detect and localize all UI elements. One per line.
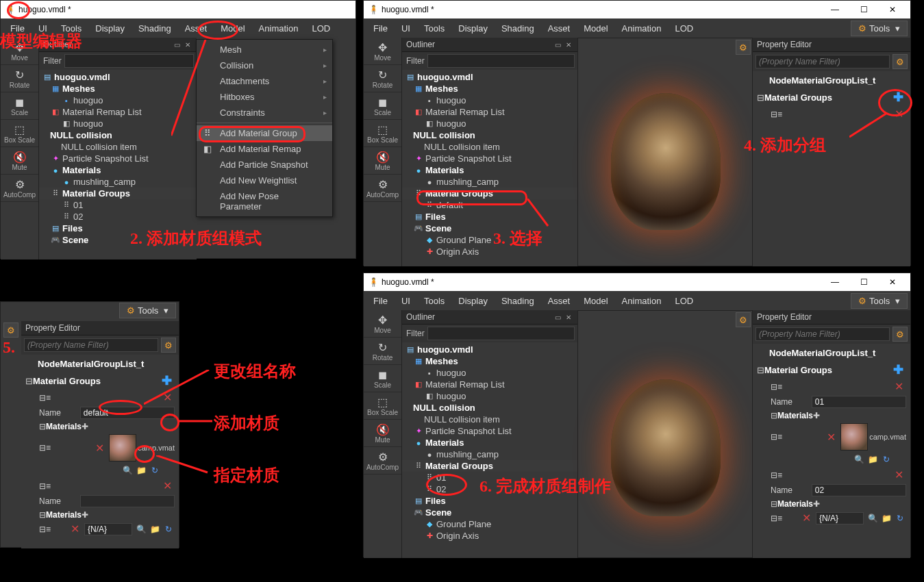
menu-model[interactable]: Model [577, 293, 614, 309]
tool-mute[interactable]: 🔇Mute [364, 147, 401, 175]
tree-remap-huoguo[interactable]: huoguo [73, 118, 103, 129]
tool-scale[interactable]: ◼Scale [1, 92, 38, 120]
tree-materials[interactable]: Materials [62, 165, 101, 175]
menu-animation[interactable]: Animation [615, 21, 669, 36]
tool-box-scale[interactable]: ⬚Box Scale [364, 392, 401, 420]
browse-icon[interactable]: 📁 [880, 512, 892, 524]
menu-animation[interactable]: Animation [252, 21, 305, 36]
menu-attachments[interactable]: Attachments▸ [197, 73, 332, 89]
delete-icon[interactable]: ✕ [892, 107, 906, 121]
tree-huoguo[interactable]: huoguo [73, 95, 103, 105]
panel-close-icon[interactable]: ✕ [183, 40, 192, 49]
menu-tools[interactable]: Tools [54, 21, 88, 36]
tree-mg-01[interactable]: 01 [436, 472, 446, 483]
menu-hitboxes[interactable]: Hitboxes▸ [197, 89, 332, 105]
panel-close-icon[interactable]: ✕ [564, 312, 573, 322]
menu-model[interactable]: Model [214, 21, 251, 36]
tree-files[interactable]: Files [62, 223, 83, 233]
tool-scale[interactable]: ◼Scale [364, 365, 401, 392]
tool-rotate[interactable]: ↻Rotate [364, 65, 401, 92]
tree-psnap[interactable]: Particle Snapshot List [62, 153, 149, 164]
menu-collision[interactable]: Collision▸ [197, 58, 332, 73]
tool-box-scale[interactable]: ⬚Box Scale [364, 120, 401, 147]
add-material-button[interactable]: ✚ [82, 422, 88, 431]
tool-rotate[interactable]: ↻Rotate [364, 338, 401, 365]
menu-asset[interactable]: Asset [541, 293, 577, 309]
prop-material-groups[interactable]: Material Groups [33, 376, 101, 386]
menu-file[interactable]: File [366, 293, 395, 309]
outliner-filter-input[interactable] [427, 54, 575, 68]
menu-file[interactable]: File [366, 21, 395, 36]
tree-mg-02[interactable]: 02 [73, 212, 83, 222]
tree-nullcol[interactable]: NULL collision [50, 130, 112, 140]
delete-icon[interactable]: ✕ [160, 479, 175, 492]
menu-tools[interactable]: Tools [417, 21, 451, 36]
tree-remap[interactable]: Material Remap List [62, 107, 142, 117]
panel-undock-icon[interactable]: ▭ [553, 312, 562, 322]
menu-shading[interactable]: Shading [132, 21, 178, 36]
locate-icon[interactable]: 🔍 [121, 464, 134, 477]
tool-mute[interactable]: 🔇Mute [364, 420, 401, 447]
tool-move[interactable]: ✥Move [1, 38, 38, 65]
viewport[interactable]: ⚙ [577, 310, 753, 558]
viewport-settings-icon[interactable]: ⚙ [736, 312, 751, 327]
tree-nullitem[interactable]: NULL collision item [61, 142, 137, 152]
locate-icon[interactable]: 🔍 [135, 523, 147, 535]
tool-scale[interactable]: ◼Scale [364, 92, 401, 120]
prop-material-groups[interactable]: Material Groups [764, 92, 832, 103]
add-material-button[interactable]: ✚ [82, 510, 88, 520]
menu-display[interactable]: Display [451, 293, 495, 309]
delete-icon[interactable]: ✕ [892, 380, 906, 393]
property-filter-gear-icon[interactable]: ⚙ [161, 338, 176, 353]
win-close[interactable]: ✕ [879, 274, 906, 290]
delete-icon[interactable]: ✕ [160, 391, 175, 404]
delete-icon[interactable]: ✕ [892, 468, 906, 481]
tree-file[interactable]: huoguo.vmdl [417, 72, 473, 82]
tree-mg-01[interactable]: 01 [73, 200, 83, 210]
delete-icon[interactable]: ✕ [92, 442, 107, 455]
browse-icon[interactable]: 📁 [866, 453, 879, 466]
add-material-button[interactable]: ✚ [813, 411, 820, 420]
tree-material-groups[interactable]: Material Groups [62, 188, 130, 199]
menu-animation[interactable]: Animation [615, 293, 669, 309]
menu-add-particle-snapshot[interactable]: Add Particle Snapshot [197, 157, 332, 173]
tool-autocomp[interactable]: ⚙AutoComp [1, 175, 38, 202]
menu-file[interactable]: File [3, 21, 32, 36]
group-name-input[interactable] [80, 407, 175, 419]
menu-display[interactable]: Display [451, 21, 495, 36]
win-close[interactable]: ✕ [879, 1, 906, 18]
delete-icon[interactable]: ✕ [824, 431, 838, 444]
tree-meshes[interactable]: Meshes [62, 84, 95, 94]
material-thumbnail[interactable] [109, 434, 136, 461]
property-filter-gear-icon[interactable]: ⚙ [892, 54, 908, 69]
outliner-filter-input[interactable] [64, 54, 194, 68]
tool-mute[interactable]: 🔇Mute [1, 147, 38, 175]
win-max[interactable]: ☐ [850, 1, 877, 18]
menu-model[interactable]: Model [577, 21, 614, 36]
tool-autocomp[interactable]: ⚙AutoComp [364, 447, 401, 475]
menu-lod[interactable]: LOD [305, 21, 337, 36]
tools-dropdown-button[interactable]: ⚙Tools ▾ [851, 21, 908, 36]
tool-box-scale[interactable]: ⬚Box Scale [1, 120, 38, 147]
reload-icon[interactable]: ↻ [880, 453, 892, 466]
group-name-input-01[interactable] [812, 396, 906, 408]
tools-dropdown-button[interactable]: ⚙Tools ▾ [119, 303, 176, 318]
group-name-input[interactable] [80, 495, 175, 507]
tree-material-groups[interactable]: Material Groups [425, 461, 493, 471]
tree-scene[interactable]: Scene [62, 235, 88, 245]
menu-shading[interactable]: Shading [495, 293, 541, 309]
menu-ui[interactable]: UI [395, 293, 417, 309]
outliner-filter-input[interactable] [427, 327, 575, 340]
prop-materials[interactable]: Materials [46, 422, 82, 431]
reload-icon[interactable]: ↻ [162, 523, 175, 535]
prop-materials[interactable]: Materials [46, 510, 82, 520]
menu-add-material-remap[interactable]: ◧Add Material Remap [197, 141, 332, 157]
menu-mesh[interactable]: Mesh▸ [197, 42, 332, 58]
property-filter-gear-icon[interactable]: ⚙ [892, 327, 908, 342]
add-group-button[interactable]: ✚ [159, 373, 175, 388]
tree-file[interactable]: huoguo.vmdl [54, 72, 110, 82]
win-min[interactable]: — [821, 274, 849, 290]
menu-ui[interactable]: UI [395, 21, 417, 36]
tool-autocomp[interactable]: ⚙AutoComp [364, 175, 401, 202]
group-name-input-02[interactable] [812, 484, 906, 496]
